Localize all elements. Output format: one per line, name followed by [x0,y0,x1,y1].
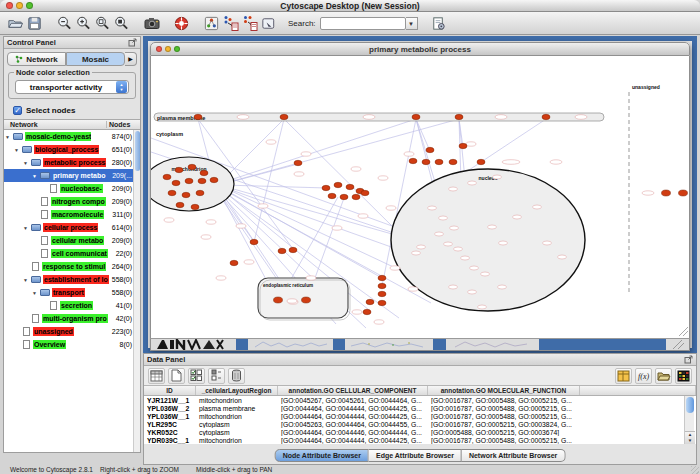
tree-scrollbar-thumb[interactable] [135,131,140,171]
window-resize-grip[interactable] [691,466,699,474]
import-network-icon[interactable] [221,14,240,33]
attribute-table-icon[interactable] [615,368,632,384]
table-row[interactable]: YJR121W__1mitochondrion[GO:0045267, GO:0… [144,396,696,404]
column-header[interactable]: annotation.GO MOLECULAR_FUNCTION [428,386,580,395]
tree-row[interactable]: secretion41(0) [4,299,140,312]
trash-icon[interactable] [228,368,245,384]
column-header[interactable]: annotation.GO CELLULAR_COMPONENT [278,386,428,395]
column-header[interactable] [580,386,696,395]
close-button[interactable] [6,2,13,9]
tree-row[interactable]: macromolecule311(0) [4,208,140,221]
region-plasma-membrane[interactable] [154,113,604,121]
file-icon [50,301,57,310]
expand-triangle-icon[interactable]: ▼ [14,147,22,153]
region-label-unassigned: unassigned [632,84,660,90]
column-header[interactable]: _cellularLayoutRegion [196,386,278,395]
search-options-icon[interactable] [429,14,448,33]
expand-triangle-icon[interactable]: ▼ [23,160,31,166]
network-canvas[interactable]: plasma membrane cytoplasm mitochondrion … [150,56,690,338]
zoom-region-icon[interactable] [93,14,112,33]
tree-row[interactable]: multi-organism pro42(0) [4,312,140,325]
minimize-button[interactable] [165,46,171,52]
tab-network-attribute-browser[interactable]: Network Attribute Browser [462,449,565,462]
select-nodes-checkbox[interactable]: ✓ [13,106,22,115]
tree-row[interactable]: cell communicat22(0) [4,247,140,260]
tab-node-attribute-browser[interactable]: Node Attribute Browser [275,449,369,462]
table-row[interactable]: YPL036W__1mitochondrion[GO:0044464, GO:0… [144,412,696,420]
column-header[interactable]: ID [144,386,196,395]
canvas-resize-grip[interactable] [679,327,688,336]
vizmapper-icon[interactable] [202,14,221,33]
zoom-button[interactable] [174,46,180,52]
tree-row[interactable]: ▼primary metabo209(... [4,169,140,182]
tree-row-label: biological_process [34,145,99,154]
network-window[interactable]: primary metabolic process [150,42,690,351]
tree-row[interactable]: ▼transport558(0) [4,286,140,299]
search-input[interactable] [320,17,406,30]
tree-row[interactable]: ▼mosaic-demo-yeast874(0) [4,130,140,143]
tab-edge-attribute-browser[interactable]: Edge Attribute Browser [369,449,462,462]
table-row[interactable]: YDR039C__1mitochondrion[GO:0044464, GO:0… [144,436,696,444]
open-icon[interactable] [6,14,25,33]
tree-row-label: cellular process [43,223,98,232]
node-color-dropdown[interactable]: transporter activity ▲▼ [15,80,129,94]
table-row[interactable]: YKR052Ccytoplasm[GO:0044464, GO:0044446,… [144,428,696,436]
table-cell: [GO:0045267, GO:0045261, GO:0044464, G..… [278,397,428,404]
expand-triangle-icon[interactable]: ▼ [32,290,40,296]
heatmap-icon[interactable] [675,368,692,384]
region-nucleus[interactable] [391,169,585,311]
export-network-icon[interactable] [240,14,259,33]
float-panel-icon[interactable] [684,355,693,364]
formula-icon[interactable]: f(x) [635,368,652,384]
table-cell: [GO:0044464, GO:0044444, GO:0044425, G..… [278,405,428,412]
table-row[interactable]: YPL036W__2plasma membrane[GO:0044464, GO… [144,404,696,412]
zoom-in-icon[interactable] [74,14,93,33]
new-attribute-icon[interactable] [168,368,185,384]
search-dropdown-arrow-icon[interactable]: ▼ [406,17,418,30]
network-window-titlebar[interactable]: primary metabolic process [150,42,690,56]
tree-header-nodes[interactable]: Nodes [106,121,140,128]
annotation-icon[interactable] [259,14,278,33]
tab-overflow-arrow-icon[interactable]: ▶ [125,52,137,66]
tree-row[interactable]: nucleobase-209(0) [4,182,140,195]
expand-triangle-icon[interactable]: ▼ [23,225,31,231]
tree-row-label: establishment of lo [43,275,109,284]
minimize-button[interactable] [16,2,23,9]
table-scrollbar-buttons[interactable]: ▲▼ [685,431,695,444]
zoom-fit-icon[interactable] [112,14,131,33]
zoom-button[interactable] [26,2,33,9]
tree-row[interactable]: ▼metabolic process280(0) [4,156,140,169]
delete-attributes-icon[interactable] [188,368,205,384]
tree-row[interactable]: response to stimul264(0) [4,260,140,273]
tree-header-network[interactable]: Network [4,121,106,128]
background-windows-strip[interactable] [150,338,690,351]
window-titlebar: Cytoscape Desktop (New Session) [0,0,700,12]
expand-triangle-icon[interactable]: ▼ [32,173,40,179]
attribute-list-icon[interactable] [208,368,225,384]
tree-row[interactable]: nitrogen compo209(0) [4,195,140,208]
expand-triangle-icon[interactable]: ▼ [23,277,31,283]
tree-scrollbar[interactable] [133,130,140,452]
tree-row[interactable]: ▼cellular process614(0) [4,221,140,234]
zoom-out-icon[interactable] [55,14,74,33]
tab-network[interactable]: Network [7,52,66,66]
tree-row[interactable]: ▼establishment of lo558(0) [4,273,140,286]
tree-row[interactable]: ▼biological_process651(0) [4,143,140,156]
close-button[interactable] [156,46,162,52]
tree-row[interactable]: cellular metabo209(0) [4,234,140,247]
tab-mosaic[interactable]: Mosaic [66,52,125,66]
help-icon[interactable] [172,14,191,33]
group-legend: Node color selection [14,68,92,77]
tree-row[interactable]: unassigned223(0) [4,325,140,338]
import-attributes-icon[interactable] [655,368,672,384]
table-scrollbar[interactable]: ▲▼ [684,396,694,444]
float-panel-icon[interactable] [128,38,137,47]
snapshot-icon[interactable] [142,14,161,33]
expand-triangle-icon[interactable]: ▼ [5,134,13,140]
table-row[interactable]: YLR295Ccytoplasm[GO:0045263, GO:0044464,… [144,420,696,428]
table-scrollbar-thumb[interactable] [686,397,694,413]
save-icon[interactable] [25,14,44,33]
select-attributes-icon[interactable] [148,368,165,384]
region-label-cytoplasm: cytoplasm [156,131,183,137]
tree-row[interactable]: Overview8(0) [4,338,140,351]
